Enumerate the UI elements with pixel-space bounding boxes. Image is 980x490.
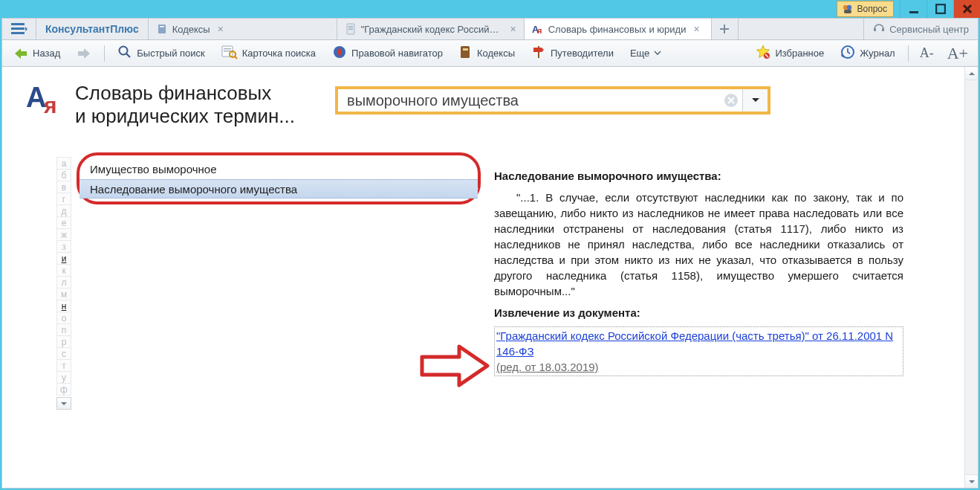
codex-icon (459, 45, 473, 62)
more-label: Еще (630, 48, 649, 59)
alpha-cell-л: л (56, 276, 71, 288)
extract-label: Извлечение из документа: (494, 306, 640, 319)
star-icon (756, 45, 770, 62)
alpha-cell-к: к (56, 264, 71, 277)
favorites-button[interactable]: Избранное (749, 42, 831, 65)
svg-rect-11 (348, 26, 353, 27)
vertical-scrollbar[interactable] (964, 67, 978, 488)
document-edition: (ред. от 18.03.2019) (496, 361, 599, 373)
tab-close-icon[interactable]: × (510, 24, 516, 34)
svg-rect-3 (909, 11, 918, 13)
alpha-cell-п: п (56, 323, 71, 336)
svg-rect-5 (11, 23, 25, 25)
clock-icon (840, 45, 855, 62)
definition-body: "...1. В случае, если отсутствуют наслед… (494, 190, 903, 299)
svg-rect-6 (11, 28, 25, 30)
definition-heading: Наследование выморочного имущества: (494, 170, 721, 182)
alpha-cell-с: с (56, 347, 71, 360)
tab-civil-code[interactable]: "Гражданский кодекс Российско × (337, 19, 525, 39)
favorites-label: Избранное (775, 48, 824, 59)
alpha-cell-а: а (56, 157, 71, 170)
codexes-button[interactable]: Кодексы (452, 42, 522, 65)
chevron-down-icon (654, 51, 661, 57)
tab-label: "Гражданский кодекс Российско (361, 24, 503, 35)
svg-rect-16 (874, 28, 876, 31)
dictionary-header: Ая Словарь финансовых и юридических терм… (26, 82, 295, 127)
headset-icon (873, 23, 885, 36)
close-button[interactable] (953, 0, 980, 18)
svg-rect-25 (463, 48, 468, 51)
menu-button[interactable] (2, 19, 36, 39)
main-area: Ая Словарь финансовых и юридических терм… (1, 67, 979, 489)
legal-navigator-label: Правовой навигатор (351, 48, 443, 59)
alpha-cell-ж: ж (56, 228, 71, 241)
svg-text:я: я (537, 26, 542, 35)
alpha-cell-о: о (56, 312, 71, 324)
codexes-label: Кодексы (477, 48, 515, 59)
alphabet-index: абвгдежзиклмнопрстуф (56, 158, 71, 410)
legal-navigator-button[interactable]: Правовой навигатор (325, 42, 450, 65)
service-center-button[interactable]: Сервисный центр (864, 19, 978, 39)
search-dropdown-button[interactable] (742, 89, 768, 112)
new-tab-button[interactable] (712, 19, 739, 39)
tab-codexes[interactable]: Кодексы × (149, 19, 337, 39)
more-button[interactable]: Еще (623, 45, 668, 62)
minimize-button[interactable] (900, 0, 927, 18)
titlebar: Вопрос (0, 0, 980, 18)
tab-dictionary[interactable]: Ая Словарь финансовых и юриди × (525, 19, 712, 39)
svg-point-1 (847, 5, 851, 10)
alpha-scroll-down[interactable] (56, 397, 71, 410)
scroll-up-button[interactable] (965, 67, 978, 80)
compass-icon (332, 45, 347, 62)
search-box (335, 86, 770, 115)
definition-panel: Наследование выморочного имущества: "...… (494, 162, 903, 376)
guides-button[interactable]: Путеводители (525, 42, 620, 65)
brand[interactable]: КонсультантПлюс (36, 19, 149, 39)
quick-search-button[interactable]: Быстрый поиск (111, 42, 212, 65)
question-button[interactable]: Вопрос (837, 1, 894, 17)
font-decrease-button[interactable]: A- (915, 45, 939, 62)
card-search-button[interactable]: Карточка поиска (215, 42, 322, 65)
svg-rect-17 (882, 28, 884, 31)
alpha-cell-т: т (56, 359, 71, 372)
tab-close-icon[interactable]: × (218, 24, 224, 34)
svg-rect-9 (160, 26, 164, 28)
title-line: Словарь финансовых (75, 82, 295, 105)
document-icon (345, 23, 357, 35)
search-input[interactable] (338, 92, 720, 109)
tab-close-icon[interactable]: × (693, 24, 699, 34)
tab-label: Кодексы (172, 24, 210, 35)
document-link[interactable]: "Гражданский кодекс Российской Федерации… (496, 329, 893, 358)
clear-search-button[interactable] (720, 89, 742, 112)
title-line: и юридических термин... (75, 105, 295, 128)
term-item[interactable]: Имущество выморочное (79, 160, 478, 179)
question-label: Вопрос (857, 4, 887, 14)
svg-rect-2 (844, 10, 851, 13)
quick-search-label: Быстрый поиск (137, 48, 205, 59)
scroll-down-button[interactable] (965, 474, 978, 488)
alpha-cell-г: г (56, 193, 71, 205)
svg-rect-21 (224, 51, 231, 51)
tab-label: Словарь финансовых и юриди (548, 24, 687, 35)
guides-label: Путеводители (551, 48, 614, 59)
alpha-cell-н[interactable]: н (56, 300, 71, 312)
svg-rect-20 (224, 48, 231, 49)
dictionary-logo-icon: Ая (26, 82, 65, 116)
svg-rect-13 (348, 29, 353, 30)
term-item-selected[interactable]: Наследование выморочного имущества (79, 179, 478, 199)
card-search-label: Карточка поиска (242, 48, 316, 59)
forward-button[interactable] (70, 44, 98, 63)
svg-rect-12 (348, 28, 353, 28)
tabstrip: КонсультантПлюс Кодексы × "Гражданский к… (1, 18, 979, 40)
term-list-highlight: Имущество выморочное Наследование выморо… (77, 152, 481, 204)
alpha-cell-м: м (56, 288, 71, 300)
magnifier-icon (117, 45, 132, 62)
back-button[interactable]: Назад (7, 44, 67, 63)
journal-button[interactable]: Журнал (834, 42, 901, 65)
service-center-label: Сервисный центр (889, 24, 969, 35)
font-increase-button[interactable]: A+ (942, 43, 973, 64)
clear-icon (724, 93, 739, 108)
maximize-button[interactable] (927, 0, 953, 18)
alpha-cell-б: б (56, 169, 71, 181)
alpha-cell-и[interactable]: и (56, 252, 71, 265)
